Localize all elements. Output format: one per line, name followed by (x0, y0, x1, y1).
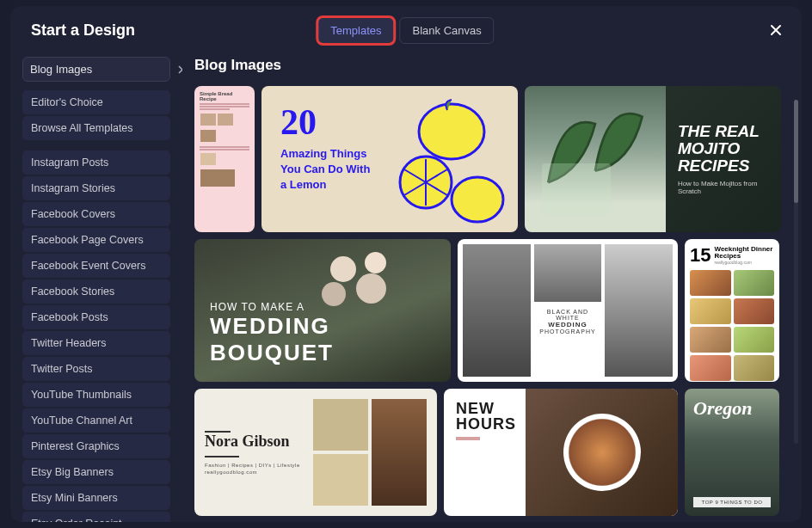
sidebar-item-youtube-channel-art[interactable]: YouTube Channel Art (22, 408, 170, 433)
template-text: Amazing Things You Can Do With a Lemon (280, 146, 378, 193)
sidebar-item-browse-all[interactable]: Browse All Templates (22, 116, 170, 140)
template-url: reallygoodblog.com (205, 470, 304, 475)
template-row: Nora Gibson Fashion | Recipes | DIYs | L… (194, 389, 786, 516)
template-card-bread-recipe[interactable]: Simple Bread Recipe (194, 86, 255, 232)
template-card-wedding-photography[interactable]: BLACK AND WHITE WEDDING PHOTOGRAPHY (458, 239, 678, 382)
start-design-modal: Start a Design Templates Blank Canvas Ed… (10, 6, 802, 522)
template-gallery: Blog Images Simple Bread Recipe (182, 48, 802, 522)
modal-title: Start a Design (31, 21, 135, 40)
template-tags: Fashion | Recipes | DIYs | Lifestyle (205, 463, 304, 468)
template-subtitle: How to Make Mojitos from Scratch (678, 180, 769, 195)
template-number: 20 (280, 101, 378, 143)
template-card-nora-gibson[interactable]: Nora Gibson Fashion | Recipes | DIYs | L… (194, 389, 437, 516)
sidebar-item-facebook-page-covers[interactable]: Facebook Page Covers (22, 228, 170, 252)
close-icon (769, 23, 783, 37)
template-heading: THE REAL MOJITO RECIPES (678, 123, 769, 175)
gallery-title: Blog Images (194, 57, 786, 74)
sidebar-item-twitter-headers[interactable]: Twitter Headers (22, 331, 170, 355)
sidebar-categories: Instagram Posts Instagram Stories Facebo… (22, 150, 170, 522)
sidebar-item-instagram-stories[interactable]: Instagram Stories (22, 176, 170, 200)
sidebar-item-facebook-event-covers[interactable]: Facebook Event Covers (22, 254, 170, 278)
sidebar-item-editors-choice[interactable]: Editor's Choice (22, 90, 170, 114)
template-text: BLACK AND WHITE WEDDING PHOTOGRAPHY (534, 305, 602, 338)
sidebar-item-etsy-mini-banners[interactable]: Etsy Mini Banners (22, 486, 170, 510)
sidebar-item-facebook-posts[interactable]: Facebook Posts (22, 305, 170, 329)
template-card-oregon[interactable]: Oregon TOP 9 THINGS TO DO (685, 389, 779, 516)
sidebar-item-facebook-stories[interactable]: Facebook Stories (22, 279, 170, 304)
sidebar-item-twitter-posts[interactable]: Twitter Posts (22, 357, 170, 381)
sidebar: Editor's Choice Browse All Templates Ins… (10, 48, 182, 522)
template-url: reallygoodblog.com (714, 260, 774, 265)
template-subtitle: TOP 9 THINGS TO DO (693, 497, 771, 507)
template-name: Nora Gibson (205, 433, 304, 451)
svg-point-1 (419, 104, 484, 159)
template-title: Oregon (693, 397, 771, 420)
template-heading: NEW HOURS (456, 401, 514, 432)
search-box (22, 57, 170, 82)
scrollbar[interactable] (794, 100, 798, 444)
clear-search-button[interactable] (175, 65, 182, 74)
sidebar-item-facebook-covers[interactable]: Facebook Covers (22, 202, 170, 226)
template-row: Simple Bread Recipe 20 Amazing Things Yo… (194, 86, 786, 232)
sidebar-item-pinterest-graphics[interactable]: Pinterest Graphics (22, 434, 170, 458)
template-card-lemon[interactable]: 20 Amazing Things You Can Do With a Lemo… (261, 86, 518, 232)
search-input[interactable] (30, 63, 175, 76)
template-number: 15 (690, 244, 710, 267)
mode-tabs: Templates Blank Canvas (317, 17, 494, 44)
template-card-wedding-bouquet[interactable]: HOW TO MAKE A WEDDING BOUQUET (194, 239, 451, 382)
template-title: Simple Bread Recipe (200, 91, 249, 101)
svg-point-3 (452, 177, 503, 222)
sidebar-item-etsy-big-banners[interactable]: Etsy Big Banners (22, 460, 170, 484)
template-card-new-hours[interactable]: NEW HOURS (444, 389, 678, 516)
tab-templates[interactable]: Templates (317, 17, 394, 44)
template-row: HOW TO MAKE A WEDDING BOUQUET BLACK AND … (194, 239, 786, 382)
sidebar-item-instagram-posts[interactable]: Instagram Posts (22, 150, 170, 175)
sidebar-item-etsy-receipt-banners[interactable]: Etsy Order Receipt Banners (22, 512, 170, 522)
template-card-dinner-recipes[interactable]: 15 Weeknight Dinner Recipes reallygoodbl… (685, 239, 779, 382)
template-grid: Simple Bread Recipe 20 Amazing Things Yo… (194, 86, 786, 516)
template-title: Weeknight Dinner Recipes (714, 246, 774, 260)
close-button[interactable] (769, 23, 783, 41)
sidebar-top-group: Editor's Choice Browse All Templates (22, 90, 170, 140)
sidebar-item-youtube-thumbnails[interactable]: YouTube Thumbnails (22, 383, 170, 407)
modal-body: Editor's Choice Browse All Templates Ins… (10, 48, 802, 522)
scrollbar-thumb[interactable] (794, 100, 798, 203)
modal-header: Start a Design Templates Blank Canvas (10, 6, 802, 48)
tab-blank-canvas[interactable]: Blank Canvas (400, 17, 495, 44)
lemon-icon (447, 169, 508, 230)
template-card-mojito[interactable]: THE REAL MOJITO RECIPES How to Make Moji… (525, 86, 781, 232)
